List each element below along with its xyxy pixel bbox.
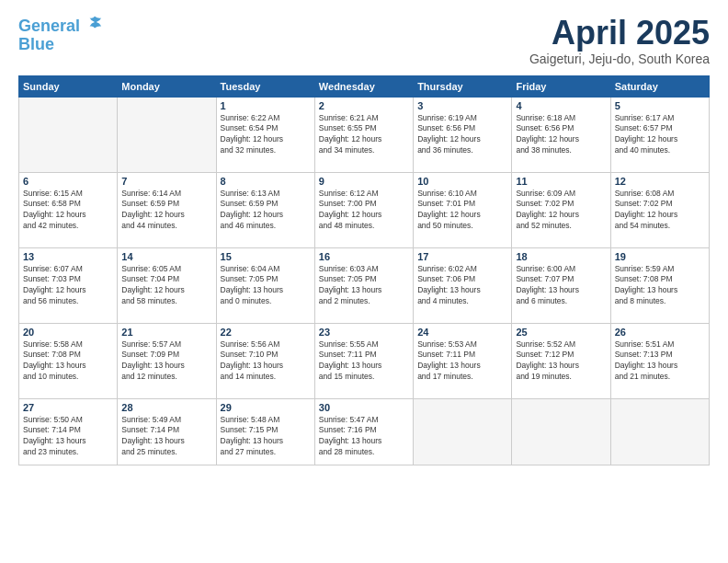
day-info: Sunrise: 6:15 AM Sunset: 6:58 PM Dayligh… [23, 189, 113, 233]
weekday-wednesday: Wednesday [314, 75, 413, 97]
day-info: Sunrise: 5:57 AM Sunset: 7:09 PM Dayligh… [121, 339, 211, 384]
calendar-body: 1Sunrise: 6:22 AM Sunset: 6:54 PM Daylig… [19, 97, 710, 465]
calendar-cell: 22Sunrise: 5:56 AM Sunset: 7:10 PM Dayli… [216, 323, 314, 398]
day-number: 9 [319, 176, 409, 187]
day-number: 12 [615, 176, 705, 187]
day-number: 24 [417, 327, 507, 338]
day-info: Sunrise: 5:56 AM Sunset: 7:10 PM Dayligh… [221, 339, 311, 384]
weekday-sunday: Sunday [19, 75, 118, 97]
calendar-cell: 6Sunrise: 6:15 AM Sunset: 6:58 PM Daylig… [19, 172, 118, 247]
day-info: Sunrise: 6:18 AM Sunset: 6:56 PM Dayligh… [516, 113, 606, 157]
day-number: 28 [121, 402, 211, 413]
calendar-cell: 30Sunrise: 5:47 AM Sunset: 7:16 PM Dayli… [314, 398, 413, 465]
calendar-cell: 23Sunrise: 5:55 AM Sunset: 7:11 PM Dayli… [314, 323, 413, 398]
day-number: 15 [221, 251, 311, 262]
day-info: Sunrise: 5:55 AM Sunset: 7:11 PM Dayligh… [319, 339, 409, 384]
day-info: Sunrise: 6:00 AM Sunset: 7:07 PM Dayligh… [516, 264, 606, 308]
calendar-cell [512, 398, 610, 465]
day-number: 13 [23, 251, 113, 262]
weekday-thursday: Thursday [414, 75, 512, 97]
day-number: 7 [121, 176, 211, 187]
day-number: 4 [516, 100, 606, 111]
day-number: 19 [615, 251, 705, 262]
weekday-friday: Friday [512, 75, 610, 97]
day-info: Sunrise: 5:58 AM Sunset: 7:08 PM Dayligh… [23, 339, 113, 384]
day-info: Sunrise: 5:52 AM Sunset: 7:12 PM Dayligh… [516, 339, 606, 384]
day-number: 6 [23, 176, 113, 187]
calendar-cell: 9Sunrise: 6:12 AM Sunset: 7:00 PM Daylig… [314, 172, 413, 247]
calendar-row-5: 27Sunrise: 5:50 AM Sunset: 7:14 PM Dayli… [19, 398, 710, 465]
day-number: 10 [417, 176, 507, 187]
day-info: Sunrise: 5:51 AM Sunset: 7:13 PM Dayligh… [615, 339, 705, 384]
day-info: Sunrise: 5:59 AM Sunset: 7:08 PM Dayligh… [615, 264, 705, 308]
calendar-cell: 5Sunrise: 6:17 AM Sunset: 6:57 PM Daylig… [610, 97, 709, 172]
day-info: Sunrise: 6:04 AM Sunset: 7:05 PM Dayligh… [221, 264, 311, 308]
day-info: Sunrise: 6:10 AM Sunset: 7:01 PM Dayligh… [417, 189, 507, 233]
calendar-cell: 14Sunrise: 6:05 AM Sunset: 7:04 PM Dayli… [118, 247, 216, 323]
calendar-row-3: 13Sunrise: 6:07 AM Sunset: 7:03 PM Dayli… [19, 247, 710, 323]
day-number: 22 [221, 327, 311, 338]
day-number: 3 [417, 100, 507, 111]
calendar-cell: 21Sunrise: 5:57 AM Sunset: 7:09 PM Dayli… [118, 323, 216, 398]
weekday-header-row: SundayMondayTuesdayWednesdayThursdayFrid… [19, 75, 710, 97]
day-number: 23 [319, 327, 409, 338]
day-info: Sunrise: 6:17 AM Sunset: 6:57 PM Dayligh… [615, 113, 705, 157]
calendar-cell: 15Sunrise: 6:04 AM Sunset: 7:05 PM Dayli… [216, 247, 314, 323]
day-number: 8 [221, 176, 311, 187]
logo: General Blue [18, 15, 103, 54]
calendar-cell [610, 398, 709, 465]
calendar-cell: 20Sunrise: 5:58 AM Sunset: 7:08 PM Dayli… [19, 323, 118, 398]
day-info: Sunrise: 6:08 AM Sunset: 7:02 PM Dayligh… [615, 189, 705, 233]
weekday-saturday: Saturday [610, 75, 709, 97]
calendar-cell: 1Sunrise: 6:22 AM Sunset: 6:54 PM Daylig… [216, 97, 314, 172]
day-number: 2 [319, 100, 409, 111]
day-number: 21 [121, 327, 211, 338]
calendar-cell: 13Sunrise: 6:07 AM Sunset: 7:03 PM Dayli… [19, 247, 118, 323]
calendar-cell [118, 97, 216, 172]
day-number: 14 [121, 251, 211, 262]
logo-text: General [18, 15, 103, 36]
day-number: 18 [516, 251, 606, 262]
day-info: Sunrise: 6:13 AM Sunset: 6:59 PM Dayligh… [221, 189, 311, 233]
day-info: Sunrise: 6:05 AM Sunset: 7:04 PM Dayligh… [121, 264, 211, 308]
logo-line2: Blue [18, 36, 103, 54]
calendar-cell: 19Sunrise: 5:59 AM Sunset: 7:08 PM Dayli… [610, 247, 709, 323]
calendar-cell: 10Sunrise: 6:10 AM Sunset: 7:01 PM Dayli… [414, 172, 512, 247]
calendar-cell: 3Sunrise: 6:19 AM Sunset: 6:56 PM Daylig… [414, 97, 512, 172]
day-info: Sunrise: 6:03 AM Sunset: 7:05 PM Dayligh… [319, 264, 409, 308]
day-number: 25 [516, 327, 606, 338]
day-number: 11 [516, 176, 606, 187]
calendar-cell [414, 398, 512, 465]
day-info: Sunrise: 6:14 AM Sunset: 6:59 PM Dayligh… [121, 189, 211, 233]
logo-line1: General [18, 17, 80, 35]
weekday-monday: Monday [118, 75, 216, 97]
day-info: Sunrise: 5:50 AM Sunset: 7:14 PM Dayligh… [23, 415, 113, 459]
day-number: 1 [221, 100, 311, 111]
day-number: 27 [23, 402, 113, 413]
month-title: April 2025 [529, 15, 710, 52]
day-number: 5 [615, 100, 705, 111]
day-info: Sunrise: 6:09 AM Sunset: 7:02 PM Dayligh… [516, 189, 606, 233]
calendar-cell: 25Sunrise: 5:52 AM Sunset: 7:12 PM Dayli… [512, 323, 610, 398]
day-info: Sunrise: 5:48 AM Sunset: 7:15 PM Dayligh… [221, 415, 311, 459]
day-info: Sunrise: 6:02 AM Sunset: 7:06 PM Dayligh… [417, 264, 507, 308]
calendar-cell: 16Sunrise: 6:03 AM Sunset: 7:05 PM Dayli… [314, 247, 413, 323]
location: Gaigeturi, Jeju-do, South Korea [529, 52, 710, 66]
weekday-tuesday: Tuesday [216, 75, 314, 97]
day-number: 20 [23, 327, 113, 338]
calendar-cell: 12Sunrise: 6:08 AM Sunset: 7:02 PM Dayli… [610, 172, 709, 247]
calendar-cell [19, 97, 118, 172]
calendar-cell: 11Sunrise: 6:09 AM Sunset: 7:02 PM Dayli… [512, 172, 610, 247]
calendar-cell: 7Sunrise: 6:14 AM Sunset: 6:59 PM Daylig… [118, 172, 216, 247]
calendar-cell: 27Sunrise: 5:50 AM Sunset: 7:14 PM Dayli… [19, 398, 118, 465]
calendar-cell: 8Sunrise: 6:13 AM Sunset: 6:59 PM Daylig… [216, 172, 314, 247]
day-number: 17 [417, 251, 507, 262]
day-number: 26 [615, 327, 705, 338]
day-number: 30 [319, 402, 409, 413]
title-block: April 2025 Gaigeturi, Jeju-do, South Kor… [529, 15, 710, 66]
day-info: Sunrise: 5:47 AM Sunset: 7:16 PM Dayligh… [319, 415, 409, 459]
calendar-cell: 4Sunrise: 6:18 AM Sunset: 6:56 PM Daylig… [512, 97, 610, 172]
calendar-row-1: 1Sunrise: 6:22 AM Sunset: 6:54 PM Daylig… [19, 97, 710, 172]
day-info: Sunrise: 6:22 AM Sunset: 6:54 PM Dayligh… [221, 113, 311, 157]
calendar-cell: 26Sunrise: 5:51 AM Sunset: 7:13 PM Dayli… [610, 323, 709, 398]
